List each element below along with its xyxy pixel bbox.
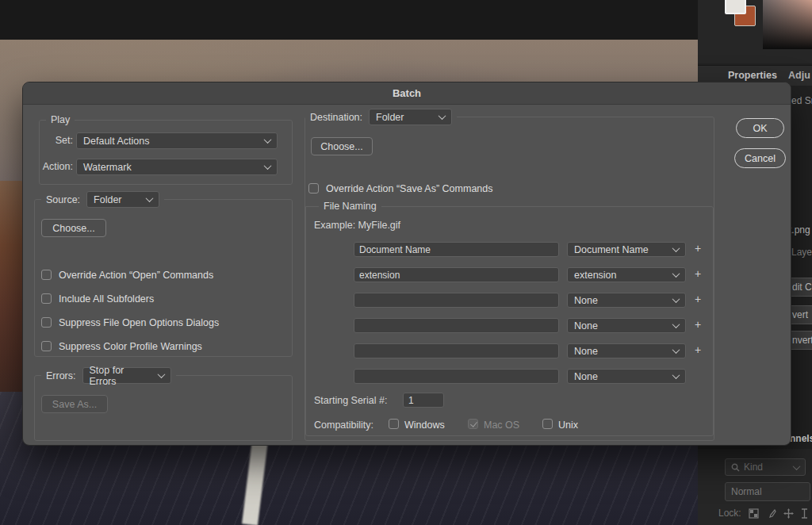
override-save-as-label: Override Action “Save As” Commands [326, 183, 493, 194]
search-icon [731, 463, 740, 472]
smart-object-label-fragment: ed Sm [791, 95, 812, 106]
lane-stripe-image [242, 432, 269, 525]
naming-field-2[interactable] [354, 267, 559, 282]
layers-panel: Kind Normal Lock: [698, 449, 812, 525]
play-legend: Play [46, 114, 75, 125]
action-select[interactable]: Watermark [76, 159, 278, 175]
naming-select-5[interactable]: None [567, 343, 686, 358]
suppress-open-dialogs-label: Suppress File Open Options Dialogs [59, 317, 219, 328]
layer-label-fragment: Laye [791, 247, 812, 258]
naming-field-4[interactable] [354, 318, 559, 333]
suppress-open-dialogs-checkbox[interactable] [41, 317, 52, 328]
source-group: Source: Folder Choose... Override Action… [34, 199, 293, 357]
compat-windows-checkbox[interactable] [389, 419, 399, 429]
destination-group: Destination: Folder Choose... Override A… [304, 117, 714, 441]
lock-position-move-icon[interactable] [783, 508, 794, 519]
errors-legend-row: Errors: Stop for Errors [41, 367, 176, 384]
override-open-label: Override Action “Open” Commands [59, 270, 213, 281]
chevron-down-icon [264, 136, 272, 144]
naming-select-1[interactable]: Document Name [567, 242, 686, 257]
naming-field-3[interactable] [354, 293, 559, 308]
override-open-checkbox[interactable] [41, 270, 52, 280]
set-select[interactable]: Default Actions [76, 132, 278, 149]
lock-pixels-brush-icon[interactable] [766, 508, 776, 519]
naming-select-3[interactable]: None [567, 293, 686, 308]
source-label: Source: [46, 194, 80, 205]
errors-select[interactable]: Stop for Errors [82, 367, 171, 384]
chevron-down-icon [672, 244, 680, 252]
source-choose-button[interactable]: Choose... [41, 219, 106, 237]
destination-select[interactable]: Folder [369, 109, 452, 125]
lock-artboard-icon[interactable] [801, 508, 808, 519]
starting-serial-label: Starting Serial #: [314, 395, 387, 406]
chevron-down-icon [793, 462, 801, 470]
add-naming-row-button-5[interactable]: + [695, 343, 701, 356]
chevron-down-icon [672, 320, 680, 328]
lock-label: Lock: [718, 508, 741, 519]
chevron-down-icon [439, 112, 446, 120]
tab-properties[interactable]: Properties [728, 70, 777, 81]
color-picker-field[interactable] [763, 0, 812, 49]
suppress-color-warnings-checkbox[interactable] [41, 341, 52, 351]
include-subfolders-checkbox[interactable] [41, 293, 52, 304]
naming-select-2[interactable]: extension [567, 267, 686, 282]
source-legend-row: Source: Folder [41, 191, 164, 208]
compat-macos-label: Mac OS [484, 420, 519, 431]
foreground-color-swatch[interactable] [725, 0, 746, 14]
add-naming-row-button-3[interactable]: + [695, 293, 701, 305]
tab-channels-fragment[interactable]: nnels [790, 433, 812, 444]
chevron-down-icon [672, 346, 680, 354]
source-select[interactable]: Folder [86, 191, 159, 208]
errors-group: Errors: Stop for Errors Save As... [34, 375, 293, 441]
naming-select-6[interactable]: None [567, 369, 686, 384]
save-as-button[interactable]: Save As... [41, 395, 108, 413]
override-save-as-checkbox[interactable] [308, 183, 319, 194]
starting-serial-input[interactable] [403, 393, 444, 408]
naming-field-6[interactable] [354, 369, 559, 384]
compat-macos-checkbox [468, 419, 478, 429]
play-group: Play Set: Default Actions Action: Waterm… [39, 120, 293, 185]
set-label: Set: [40, 135, 73, 146]
dialog-title: Batch [393, 87, 421, 99]
chevron-down-icon [672, 270, 680, 278]
suppress-color-warnings-label: Suppress Color Profile Warnings [59, 341, 202, 352]
destination-choose-button[interactable]: Choose... [311, 137, 373, 155]
ok-button[interactable]: OK [736, 118, 784, 138]
filename-fragment: t.png [789, 224, 810, 236]
compat-windows-label: Windows [404, 420, 445, 431]
action-label: Action: [35, 161, 73, 172]
compat-unix-checkbox[interactable] [542, 419, 553, 429]
compat-unix-label: Unix [558, 420, 578, 431]
include-subfolders-label: Include All Subfolders [59, 293, 154, 305]
photoshop-window: Properties Adju ed Sm t.png Laye dit C v… [0, 0, 812, 525]
errors-label: Errors: [46, 370, 76, 381]
blend-mode-select[interactable]: Normal [725, 482, 810, 501]
chevron-down-icon [146, 194, 154, 202]
tab-adjustments[interactable]: Adju [788, 70, 810, 81]
chevron-down-icon [672, 371, 680, 379]
cancel-button[interactable]: Cancel [734, 148, 786, 168]
naming-select-4[interactable]: None [567, 318, 686, 333]
batch-dialog: Batch Play Set: Default Actions Action: … [22, 82, 791, 446]
add-naming-row-button-1[interactable]: + [695, 242, 701, 255]
dialog-title-bar[interactable]: Batch [23, 82, 791, 105]
chevron-down-icon [264, 162, 272, 170]
color-panel [698, 0, 812, 63]
file-naming-legend: File Naming [319, 201, 381, 212]
add-naming-row-button-4[interactable]: + [695, 318, 701, 331]
destination-legend-row: Destination: Folder [305, 109, 457, 125]
add-naming-row-button-2[interactable]: + [695, 267, 701, 280]
file-naming-example: Example: MyFile.gif [314, 220, 400, 231]
compatibility-label: Compatibility: [314, 420, 373, 431]
lock-row: Lock: [718, 508, 808, 519]
destination-label: Destination: [310, 112, 362, 123]
chevron-down-icon [672, 295, 680, 303]
file-naming-group: File Naming Example: MyFile.gif Document… [305, 206, 714, 436]
chevron-down-icon [157, 370, 165, 378]
naming-field-1[interactable] [354, 242, 559, 257]
naming-field-5[interactable] [354, 343, 559, 358]
layer-filter-kind-select[interactable]: Kind [725, 458, 806, 476]
lock-transparency-icon[interactable] [749, 508, 759, 519]
